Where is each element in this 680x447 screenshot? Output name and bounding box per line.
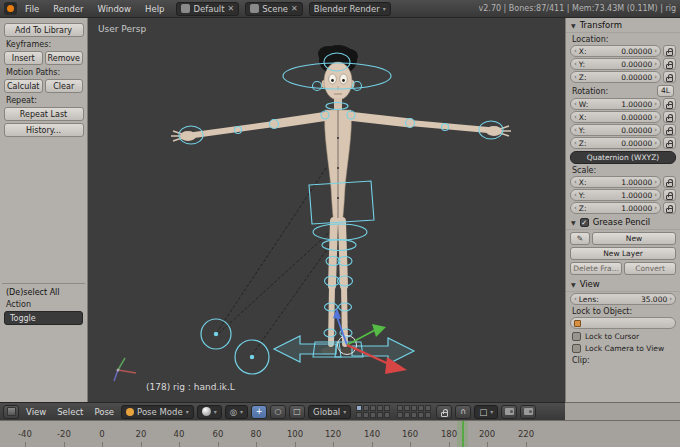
grease-pencil-draw-button[interactable]: ✎ <box>570 232 590 245</box>
render-engine-selector[interactable]: Blender Render ▾ <box>309 2 391 16</box>
layer-cell[interactable] <box>356 405 362 411</box>
layer-cell[interactable] <box>425 405 431 411</box>
grease-pencil-new-button[interactable]: New <box>592 232 676 245</box>
shading-dropdown[interactable]: ▾ <box>197 405 222 419</box>
snap-toggle-button[interactable]: ∩ <box>455 405 471 419</box>
timeline-tick <box>526 442 527 447</box>
grease-pencil-panel-header[interactable]: ▼ ✓ Grease Pencil <box>566 215 680 230</box>
menu-view[interactable]: View <box>22 407 50 417</box>
editor-type-button[interactable] <box>3 405 19 419</box>
layer-cell[interactable] <box>411 405 417 411</box>
pivot-dropdown[interactable]: ◎ ▾ <box>225 405 248 419</box>
location-x-field[interactable]: ‹ X: 0.00000 › <box>570 45 661 57</box>
grease-pencil-checkbox[interactable]: ✓ <box>580 218 589 227</box>
layer-cell[interactable] <box>397 405 403 411</box>
layer-cell[interactable] <box>418 405 424 411</box>
layer-cell[interactable] <box>370 412 376 418</box>
layer-cell[interactable] <box>363 405 369 411</box>
current-frame-marker[interactable] <box>462 421 464 447</box>
scale-z-lock-button[interactable] <box>663 202 676 214</box>
layer-cell[interactable] <box>363 412 369 418</box>
blender-logo-icon[interactable] <box>4 2 17 15</box>
insert-keyframe-button[interactable]: Insert <box>4 51 43 65</box>
scale-x-field[interactable]: ‹ X: 1.00000 › <box>570 176 661 188</box>
rotation-z-row: ‹ Z: 0.00000 › <box>570 137 676 149</box>
rotation-z-lock-button[interactable] <box>663 137 676 149</box>
unlink-screen-icon[interactable]: ✕ <box>227 4 234 13</box>
calculate-paths-button[interactable]: Calculat <box>4 79 43 93</box>
timeline-ruler[interactable]: -40 -20 0 20 40 60 80 100 120 140 160 18… <box>0 420 680 447</box>
convert-button[interactable]: Convert <box>624 262 676 275</box>
layer-cell[interactable] <box>370 405 376 411</box>
remove-keyframe-button[interactable]: Remove <box>45 51 84 65</box>
scene-selector[interactable]: Scene ✕ <box>245 2 303 16</box>
menu-file[interactable]: File <box>19 4 45 14</box>
new-layer-button[interactable]: New Layer <box>570 247 676 260</box>
scale-y-field[interactable]: ‹ Y: 1.00000 › <box>570 189 661 201</box>
scale-y-lock-button[interactable] <box>663 189 676 201</box>
location-z-lock-button[interactable] <box>663 71 676 83</box>
repeat-last-button[interactable]: Repeat Last <box>4 107 84 121</box>
layer-cell[interactable] <box>404 412 410 418</box>
rotation-y-field[interactable]: ‹ Y: 0.00000 › <box>570 124 661 136</box>
manipulator-rotate-button[interactable]: ○ <box>270 405 286 419</box>
rotation-w-lock-button[interactable] <box>663 98 676 110</box>
lock-layers-button[interactable] <box>436 405 452 419</box>
lock-object-field[interactable] <box>570 317 676 329</box>
view-panel-header[interactable]: ▼ View <box>566 277 680 292</box>
layer-cell[interactable] <box>411 412 417 418</box>
rotation-y-lock-button[interactable] <box>663 124 676 136</box>
viewport-3d[interactable]: User Persp (178) rig : hand.ik.L <box>88 18 565 402</box>
manipulator-scale-button[interactable]: □ <box>289 405 305 419</box>
layer-cell[interactable] <box>418 412 424 418</box>
layer-cell[interactable] <box>425 412 431 418</box>
delete-frame-button[interactable]: Delete Fra... <box>570 262 622 275</box>
decrement-icon: ‹ <box>574 125 577 135</box>
render-opengl-button[interactable] <box>501 405 517 419</box>
location-y-row: ‹ Y: 0.00000 › <box>570 58 676 70</box>
scale-x-lock-button[interactable] <box>663 176 676 188</box>
clear-paths-button[interactable]: Clear <box>45 79 84 93</box>
action-toggle-dropdown[interactable]: Toggle <box>4 311 83 325</box>
pole-target-controls[interactable] <box>201 319 269 374</box>
menu-select[interactable]: Select <box>53 407 87 417</box>
orientation-dropdown[interactable]: Global ▾ <box>308 405 351 419</box>
menu-help[interactable]: Help <box>139 4 170 14</box>
lock-to-cursor-checkbox[interactable] <box>572 332 581 341</box>
rotation-x-field[interactable]: ‹ X: 0.00000 › <box>570 111 661 123</box>
render-opengl-anim-button[interactable] <box>520 405 536 419</box>
rotation-mode-dropdown[interactable]: Quaternion (WXYZ) <box>570 151 676 164</box>
location-z-field[interactable]: ‹ Z: 0.00000 › <box>570 71 661 83</box>
rotation-x-lock-button[interactable] <box>663 111 676 123</box>
scale-z-field[interactable]: ‹ Z: 1.00000 › <box>570 202 661 214</box>
layer-cell[interactable] <box>397 412 403 418</box>
layer-cell[interactable] <box>356 412 362 418</box>
mode-dropdown[interactable]: Pose Mode ▾ <box>121 405 194 419</box>
add-to-library-button[interactable]: Add To Library <box>4 23 84 37</box>
viewport-canvas[interactable]: User Persp (178) rig : hand.ik.L <box>88 18 565 402</box>
menu-pose[interactable]: Pose <box>90 407 118 417</box>
lock-camera-checkbox[interactable] <box>572 344 581 353</box>
deselect-all-header[interactable]: (De)select All <box>6 288 87 297</box>
screen-layout-selector[interactable]: Default ✕ <box>176 2 239 16</box>
rotation-z-field[interactable]: ‹ Z: 0.00000 › <box>570 137 661 149</box>
location-y-field[interactable]: ‹ Y: 0.00000 › <box>570 58 661 70</box>
location-y-lock-button[interactable] <box>663 58 676 70</box>
layer-cell[interactable] <box>377 412 383 418</box>
location-x-lock-button[interactable] <box>663 45 676 57</box>
lens-field[interactable]: ‹ Lens: 35.000 › <box>570 293 676 305</box>
rotation-w-field[interactable]: ‹ W: 1.00000 › <box>570 98 661 110</box>
layer-cell[interactable] <box>404 405 410 411</box>
layer-cell[interactable] <box>377 405 383 411</box>
transform-panel-header[interactable]: ▼ Transform <box>566 18 680 33</box>
menu-window[interactable]: Window <box>92 4 138 14</box>
rotation-lock-mode-button[interactable]: 4L <box>657 85 674 97</box>
manipulator-translate-button[interactable]: + <box>251 405 267 419</box>
layer-cell[interactable] <box>384 412 390 418</box>
snap-element-dropdown[interactable]: □ ▾ <box>474 405 498 419</box>
unlink-scene-icon[interactable]: ✕ <box>291 4 298 13</box>
layer-cell[interactable] <box>384 405 390 411</box>
timeline-tick-label: 20 <box>136 429 147 439</box>
history-button[interactable]: History... <box>4 123 84 137</box>
menu-render[interactable]: Render <box>47 4 89 14</box>
